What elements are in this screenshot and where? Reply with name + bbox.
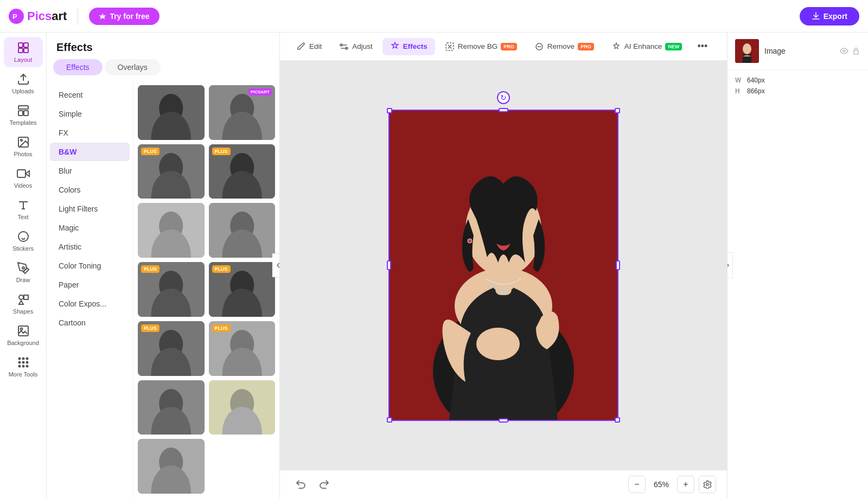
settings-icon bbox=[703, 480, 712, 489]
toolbar-adjust[interactable]: Adjust bbox=[331, 38, 380, 55]
svg-point-20 bbox=[22, 358, 24, 360]
handle-tr[interactable] bbox=[615, 108, 620, 113]
canvas-workspace[interactable]: ↻ bbox=[280, 61, 727, 470]
filter-slvr3[interactable]: PLUS SLVR 3 bbox=[209, 144, 276, 199]
sidebar-item-shapes[interactable]: Shapes bbox=[4, 289, 43, 319]
remove-pro-badge: PRO bbox=[578, 43, 594, 50]
shapes-icon bbox=[17, 293, 30, 306]
cat-magic[interactable]: Magic bbox=[50, 219, 130, 237]
sidebar-item-templates[interactable]: Templates bbox=[4, 100, 43, 130]
filter-bw-cross[interactable]: B&W Cross bbox=[209, 380, 276, 435]
effects-body: Recent Simple FX B&W Blur Colors Light F… bbox=[47, 81, 279, 498]
tab-overlays[interactable]: Overlays bbox=[105, 59, 161, 75]
cat-colors[interactable]: Colors bbox=[50, 181, 130, 199]
undo-button[interactable] bbox=[291, 475, 310, 494]
svg-point-73 bbox=[476, 328, 520, 360]
cat-simple[interactable]: Simple bbox=[50, 105, 130, 123]
plus-badge-slvr2: PLUS bbox=[141, 148, 159, 155]
svg-rect-16 bbox=[24, 295, 28, 299]
toolbar-edit[interactable]: Edit bbox=[289, 38, 329, 55]
toolbar-more[interactable]: ••• bbox=[692, 37, 713, 55]
cat-fx[interactable]: FX bbox=[50, 124, 130, 142]
toolbar-ai-enhance[interactable]: AI Enhance NEW bbox=[604, 38, 690, 55]
effects-panel: Effects Effects Overlays Recent Simple F… bbox=[47, 33, 280, 498]
svg-rect-8 bbox=[24, 111, 28, 116]
export-button[interactable]: Export bbox=[800, 7, 859, 25]
edit-icon bbox=[296, 42, 306, 52]
rotate-handle[interactable]: ↻ bbox=[497, 91, 510, 104]
sidebar-item-stickers[interactable]: Stickers bbox=[4, 226, 43, 256]
cat-artistic[interactable]: Artistic bbox=[50, 238, 130, 256]
visibility-icon[interactable] bbox=[840, 47, 848, 55]
sidebar-item-videos[interactable]: Videos bbox=[4, 163, 43, 193]
cat-blur[interactable]: Blur bbox=[50, 162, 130, 180]
filter-bw-hdr[interactable]: B&W HDR bbox=[138, 380, 205, 435]
filter-bw-vintage[interactable]: B&W Vintage bbox=[138, 439, 205, 494]
width-row: W 640px bbox=[735, 76, 860, 84]
toolbar-effects[interactable]: Effects bbox=[382, 38, 435, 55]
sidebar-item-layout[interactable]: Layout bbox=[4, 37, 43, 67]
filter-bw-lowcon[interactable]: B&W LowCon bbox=[138, 203, 205, 258]
layer-thumb-image bbox=[735, 39, 759, 63]
effects-panel-title: Effects bbox=[47, 33, 279, 59]
logo-text: Picsart bbox=[27, 9, 67, 23]
canvas-settings-button[interactable] bbox=[699, 476, 716, 493]
sidebar-item-more-tools[interactable]: More Tools bbox=[4, 352, 43, 382]
filter-grid: B&W HiCon PICSART SLVR 1 bbox=[133, 81, 279, 498]
cat-cartoon[interactable]: Cartoon bbox=[50, 314, 130, 332]
cat-bw[interactable]: B&W bbox=[50, 143, 130, 161]
sidebar-item-uploads[interactable]: Uploads bbox=[4, 68, 43, 99]
right-panel-header: Image bbox=[727, 33, 868, 70]
background-icon bbox=[17, 324, 30, 337]
try-for-free-button[interactable]: Try for free bbox=[89, 8, 159, 25]
toolbar-remove[interactable]: Remove PRO bbox=[527, 38, 602, 55]
filter-slvr2[interactable]: PLUS SLVR 2 bbox=[138, 144, 205, 199]
cat-paper[interactable]: Paper bbox=[50, 276, 130, 294]
handle-bl[interactable] bbox=[387, 417, 392, 423]
lock-icon[interactable] bbox=[852, 47, 860, 55]
filter-1996[interactable]: PLUS 1996 bbox=[209, 321, 276, 376]
filter-slvr1[interactable]: PICSART SLVR 1 bbox=[209, 85, 276, 140]
sidebar-item-background[interactable]: Background bbox=[4, 320, 43, 350]
tab-effects[interactable]: Effects bbox=[53, 59, 103, 75]
canvas-image-container: ↻ bbox=[390, 111, 617, 420]
zoom-out-button[interactable]: − bbox=[628, 476, 646, 493]
handle-br[interactable] bbox=[615, 417, 620, 423]
svg-rect-86 bbox=[854, 50, 858, 54]
sidebar-item-photos[interactable]: Photos bbox=[4, 131, 43, 162]
svg-rect-18 bbox=[18, 326, 28, 336]
text-icon bbox=[17, 199, 30, 212]
sidebar-item-draw[interactable]: Draw bbox=[4, 257, 43, 288]
handle-bc[interactable] bbox=[499, 418, 508, 423]
handle-tc[interactable] bbox=[499, 108, 508, 112]
filter-mnch3[interactable]: PLUS MNCH3 bbox=[138, 321, 205, 376]
handle-mr[interactable] bbox=[616, 260, 620, 270]
draw-icon bbox=[17, 261, 30, 274]
right-panel-collapse[interactable] bbox=[727, 252, 733, 278]
svg-point-78 bbox=[501, 288, 506, 293]
handle-tl[interactable] bbox=[387, 108, 392, 113]
filter-bw-hicon[interactable]: B&W HiCon bbox=[138, 85, 205, 140]
effects-tabs: Effects Overlays bbox=[47, 59, 279, 81]
cat-color-toning[interactable]: Color Toning bbox=[50, 257, 130, 275]
canvas-image bbox=[390, 111, 617, 420]
effects-panel-collapse[interactable] bbox=[272, 253, 280, 277]
cat-recent[interactable]: Recent bbox=[50, 86, 130, 104]
header-left: P Picsart Try for free bbox=[9, 8, 159, 25]
handle-ml[interactable] bbox=[387, 260, 391, 270]
filter-film-bw[interactable]: Film B&W bbox=[209, 203, 276, 258]
filter-mnch2[interactable]: PLUS MNCH2 bbox=[209, 262, 276, 317]
zoom-controls: − 65% + bbox=[628, 476, 716, 493]
svg-point-79 bbox=[494, 286, 497, 289]
cat-light-filters[interactable]: Light Filters bbox=[50, 200, 130, 218]
svg-point-22 bbox=[22, 366, 24, 367]
redo-button[interactable] bbox=[315, 475, 334, 494]
svg-point-26 bbox=[26, 358, 28, 360]
toolbar-remove-bg[interactable]: Remove BG PRO bbox=[437, 38, 525, 55]
cat-color-expos[interactable]: Color Expos... bbox=[50, 295, 130, 313]
zoom-in-button[interactable]: + bbox=[677, 476, 694, 493]
sidebar-item-text[interactable]: Text bbox=[4, 194, 43, 225]
svg-point-83 bbox=[743, 43, 751, 54]
zoom-level: 65% bbox=[650, 480, 673, 489]
filter-mnch1[interactable]: PLUS MNCH1 bbox=[138, 262, 205, 317]
